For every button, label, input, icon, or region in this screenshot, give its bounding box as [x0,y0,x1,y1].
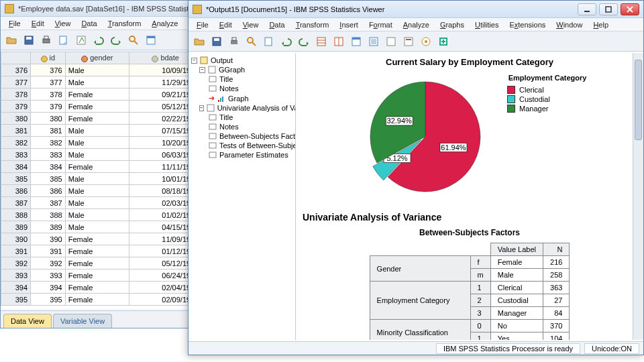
undo-icon[interactable] [91,32,107,48]
menu-analyze[interactable]: Analyze [399,19,433,30]
tree-ggraph-title[interactable]: Title [190,74,294,84]
svg-rect-11 [214,38,219,41]
svg-rect-38 [209,143,216,148]
tree-anova-title[interactable]: Title [190,113,294,122]
save-icon[interactable] [21,32,37,48]
redo-icon[interactable] [296,34,312,50]
print-icon[interactable] [38,32,54,48]
redo-icon[interactable] [108,32,124,48]
tree-root[interactable]: −Output [190,56,294,65]
goto-case-icon[interactable] [331,34,347,50]
col-gender[interactable]: gender [65,52,129,64]
menu-view[interactable]: View [51,18,75,29]
group-header: Employment Category [370,282,470,320]
menu-transform[interactable]: Transform [104,18,146,29]
designate-window-icon[interactable] [435,34,451,50]
undo-icon[interactable] [278,34,294,50]
output-canvas[interactable]: Current Salary by Employment Category 61… [296,53,643,340]
col-value-label: Value Label [490,243,543,256]
minimize-button[interactable] [578,3,596,15]
factors-table[interactable]: Value Label N GenderfFemale216mMale258Em… [370,243,570,340]
svg-rect-12 [231,40,237,44]
close-button[interactable] [621,3,639,15]
tree-ggraph-notes[interactable]: Notes [190,84,294,93]
menu-file[interactable]: File [193,19,213,30]
tab-data-view[interactable]: Data View [3,314,52,328]
pie-chart[interactable]: 61.94%5.12%32.94% [352,70,499,204]
svg-rect-36 [209,124,216,129]
svg-rect-30 [209,86,216,91]
tree-ggraph[interactable]: −GGraph [190,65,294,74]
svg-rect-2 [43,39,50,43]
menu-graphs[interactable]: Graphs [436,19,468,30]
export-icon[interactable] [261,34,277,50]
legend-title: Employment Category [507,74,588,82]
maximize-button[interactable] [599,3,618,15]
svg-rect-3 [44,36,48,39]
svg-rect-13 [232,38,236,40]
table-row[interactable]: GenderfFemale216 [370,256,570,269]
variables-icon[interactable] [348,34,364,50]
tab-variable-view[interactable]: Variable View [53,314,112,328]
col-n: N [543,243,570,256]
col-id[interactable]: id [31,52,66,64]
tree-ggraph-graph[interactable]: ➔Graph [190,93,294,103]
viewer-toolbar [189,32,643,52]
print-icon[interactable] [226,34,242,50]
open-icon[interactable] [191,34,207,50]
goto-icon[interactable] [73,32,89,48]
tree-anova-params[interactable]: Parameter Estimates [190,150,294,160]
menu-transform[interactable]: Transform [292,19,333,30]
viewer-titlebar[interactable]: *Output15 [Document15] - IBM SPSS Statis… [189,1,643,18]
recall-icon[interactable] [56,32,72,48]
viewer-statusbar: IBM SPSS Statistics Processor is ready U… [189,341,643,355]
spss-app-icon [5,4,14,13]
insert-text-icon[interactable] [383,34,399,50]
menu-edit[interactable]: Edit [215,19,236,30]
scrollbar-thumb[interactable] [635,60,642,140]
output-viewer-window: *Output15 [Document15] - IBM SPSS Statis… [188,0,644,355]
vertical-scrollbar[interactable] [633,53,643,340]
menu-data[interactable]: Data [265,19,288,30]
insert-title-icon[interactable] [400,34,417,50]
save-icon[interactable] [209,34,225,50]
tree-anova-factors[interactable]: Between-Subjects Factors [190,131,294,141]
output-outline-tree[interactable]: −Output −GGraph Title Notes ➔Graph −Univ… [189,53,296,340]
status-unicode: Unicode:ON [584,343,639,354]
svg-text:61.94%: 61.94% [441,143,466,152]
menu-help[interactable]: Help [589,19,612,30]
spss-app-icon [193,5,202,14]
find-icon[interactable] [125,32,142,48]
chart-title: Current Salary by Employment Category [303,57,637,67]
svg-rect-23 [406,39,411,40]
pie-label: 32.94% [386,117,413,125]
table-row[interactable]: Minority Classification0No370 [370,320,570,333]
tree-anova[interactable]: −Univariate Analysis of Variance [190,103,294,113]
pie-label: 61.94% [440,143,467,152]
select-icon[interactable] [366,34,382,50]
print-preview-icon[interactable] [244,34,260,50]
menu-window[interactable]: Window [552,19,586,30]
menu-analyze[interactable]: Analyze [148,18,182,29]
menu-file[interactable]: File [5,18,25,29]
menu-insert[interactable]: Insert [335,19,362,30]
menu-view[interactable]: View [239,19,263,30]
menu-format[interactable]: Format [365,19,396,30]
menu-edit[interactable]: Edit [28,18,48,29]
svg-rect-37 [209,133,216,139]
svg-rect-9 [606,7,611,12]
status-processor: IBM SPSS Statistics Processor is ready [436,343,580,354]
menu-utilities[interactable]: Utilities [471,19,502,30]
menu-extensions[interactable]: Extensions [505,19,549,30]
table-row[interactable]: Employment Category1Clerical363 [370,282,570,294]
open-icon[interactable] [3,32,19,48]
variables-icon[interactable] [143,32,159,48]
goto-data-icon[interactable] [313,34,329,50]
run-icon[interactable] [418,34,434,50]
legend-item: Custodial [507,95,588,103]
svg-text:32.94%: 32.94% [387,117,413,125]
svg-rect-29 [209,76,216,82]
tree-anova-tests[interactable]: Tests of Between-Subjects [190,141,294,150]
tree-anova-notes[interactable]: Notes [190,122,294,131]
menu-data[interactable]: Data [77,18,101,29]
